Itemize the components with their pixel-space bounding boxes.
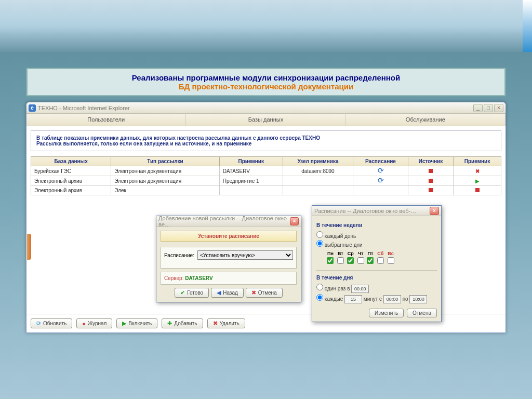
maximize-button[interactable]: □ [484, 104, 493, 112]
enable-button[interactable]: ▶Включить [116, 318, 157, 328]
status-red-icon [429, 169, 433, 173]
day-checkbox[interactable] [357, 257, 364, 264]
slide-title: Реализованы программные модули синхрониз… [26, 68, 506, 97]
th-database: База данных [31, 157, 111, 166]
dialog-title: Расписание -- Диалоговое окно веб-… [314, 208, 416, 214]
slide-title-line2: БД проектно-технологической документации [37, 82, 495, 91]
info-box: В таблице показаны приемники данных, для… [31, 130, 501, 151]
x-icon: ✖ [213, 320, 218, 327]
schedule-dialog: Расписание -- Диалоговое окно веб-… × В … [312, 205, 442, 322]
tab-users[interactable]: Пользователи [26, 114, 186, 126]
decorative-map-banner [0, 0, 532, 52]
plus-icon: ✚ [167, 320, 172, 327]
day-checkbox[interactable] [367, 257, 374, 264]
day-header: Сб [376, 251, 385, 256]
day-header: Вс [386, 251, 395, 256]
day-header: Пт [366, 251, 375, 256]
cancel-button[interactable]: Отмена [407, 309, 437, 317]
refresh-icon: ⟳ [378, 166, 384, 175]
once-time[interactable]: 00:00 [351, 285, 369, 293]
radio-every-day[interactable]: каждый день [316, 231, 437, 239]
table-row[interactable]: Электронный архивЭлек [31, 186, 501, 195]
day-section-title: В течение дня [316, 275, 437, 281]
log-button[interactable]: ●Журнал [76, 318, 112, 328]
window-title: ТЕХНО - Microsoft Internet Explorer [38, 105, 130, 111]
to-time[interactable]: 18:00 [409, 295, 427, 303]
radio-every[interactable]: каждые 15 минут с 08:00 по 18:00 [316, 294, 437, 303]
minimize-button[interactable]: _ [473, 104, 483, 112]
status-x-icon: ✖ [475, 168, 480, 174]
from-time[interactable]: 08:00 [383, 295, 401, 303]
schedule-select[interactable]: <Установить вручную> [197, 250, 293, 260]
tab-databases[interactable]: Базы данных [186, 114, 345, 126]
stop-icon: ● [82, 321, 86, 327]
dialog-banner: Установите расписание [161, 231, 297, 242]
day-header: Чт [356, 251, 365, 256]
radio-once[interactable]: один раз в 00:00 [316, 284, 437, 293]
server-label: Сервер: [164, 275, 183, 281]
add-button[interactable]: ✚Добавить [162, 318, 203, 328]
th-source: Источник [408, 157, 453, 166]
ie-icon [29, 104, 36, 112]
window-titlebar: ТЕХНО - Microsoft Internet Explorer _ □ … [26, 102, 506, 114]
table-row[interactable]: Электронный архивЭлектронная документаци… [31, 176, 501, 186]
receivers-table: База данных Тип рассылки Приемник Узел п… [31, 156, 501, 195]
dialog-title: Добавление новой рассылки -- Диалоговое … [158, 215, 290, 228]
day-checkbox[interactable] [327, 257, 334, 264]
th-schedule: Расписание [353, 157, 408, 166]
slide-title-line1: Реализованы программные модули синхрониз… [37, 73, 495, 82]
x-icon: ✖ [251, 289, 256, 296]
day-header: Пн [326, 251, 335, 256]
dialog-close-button[interactable]: × [290, 217, 299, 225]
day-checkbox[interactable] [377, 257, 384, 264]
day-header: Вт [336, 251, 345, 256]
play-icon: ▶ [122, 320, 126, 327]
apply-button[interactable]: Изменить [369, 309, 404, 317]
status-red-icon [429, 188, 433, 192]
server-value: DATASERV [185, 275, 212, 281]
check-icon: ✔ [180, 289, 185, 296]
ok-button[interactable]: ✔Готово [175, 288, 209, 298]
top-tabs: Пользователи Базы данных Обслуживание [26, 114, 506, 126]
th-receiver: Приемник [219, 157, 283, 166]
refresh-icon: ⟳ [378, 176, 384, 184]
day-checkbox[interactable] [347, 257, 354, 264]
info-line1: В таблице показаны приемники данных, для… [36, 135, 496, 141]
week-section-title: В течение недели [316, 222, 437, 228]
info-line2: Рассылка выполняется, только если она за… [36, 141, 496, 147]
every-minutes[interactable]: 15 [344, 295, 362, 303]
cancel-button[interactable]: ✖Отмена [246, 288, 283, 298]
day-header: Ср [346, 251, 355, 256]
delete-button[interactable]: ✖Удалить [207, 318, 245, 328]
day-checkbox[interactable] [337, 257, 344, 264]
days-table: ПнВтСрЧтПтСбВс [325, 250, 396, 266]
dialog-close-button[interactable]: × [430, 207, 439, 215]
arrow-left-icon: ◀ [217, 289, 221, 296]
schedule-label: Расписание: [164, 252, 194, 258]
back-button[interactable]: ◀Назад [211, 288, 244, 298]
side-handle[interactable] [27, 234, 31, 260]
refresh-icon: ⟳ [36, 320, 41, 327]
status-red-icon [429, 179, 433, 183]
add-mailing-dialog: Добавление новой рассылки -- Диалоговое … [156, 216, 301, 302]
th-type: Тип рассылки [111, 157, 219, 166]
tab-maintenance[interactable]: Обслуживание [346, 114, 506, 126]
th-dest: Приемник [454, 157, 501, 166]
day-checkbox[interactable] [388, 257, 394, 264]
radio-selected-days[interactable]: выбранные дни [316, 240, 437, 248]
status-red-icon [475, 188, 480, 192]
close-button[interactable]: × [494, 104, 503, 112]
refresh-button[interactable]: ⟳Обновить [31, 318, 72, 328]
status-play-icon: ▶ [475, 178, 480, 184]
th-node: Узел приемника [283, 157, 353, 166]
table-row[interactable]: Бурейская ГЭСЭлектронная документацияDAT… [31, 166, 501, 176]
